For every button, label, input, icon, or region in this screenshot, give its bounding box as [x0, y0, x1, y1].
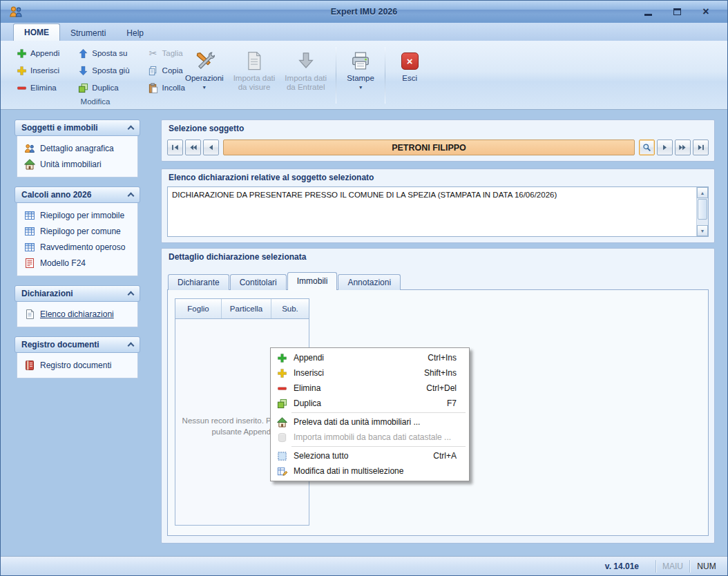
- nav-fast-forward-button[interactable]: [675, 140, 691, 155]
- importa-entratel-button[interactable]: Importa dati da Entratel: [280, 44, 332, 106]
- menu-item-inserisci[interactable]: Inserisci Shift+Ins: [272, 365, 468, 381]
- operazioni-button[interactable]: Operazioni ▼: [180, 44, 229, 106]
- red-book-icon: [24, 360, 35, 371]
- column-header-sub[interactable]: Sub.: [271, 299, 309, 318]
- chevron-up-icon: [128, 343, 135, 349]
- tab-home[interactable]: HOME: [13, 23, 60, 41]
- stampe-button[interactable]: Stampe ▼: [341, 44, 381, 106]
- item-label: Registro documenti: [40, 361, 111, 370]
- sposta-su-label: Sposta su: [92, 49, 127, 57]
- nav-last-icon: [696, 143, 705, 152]
- item-label: Riepilogo per immobile: [40, 211, 124, 220]
- chevron-up-icon: [128, 291, 135, 298]
- list-item[interactable]: DICHIARAZIONE DA PRESENTARE PRESSO IL CO…: [168, 187, 708, 199]
- download-icon: [296, 48, 316, 74]
- tab-immobili[interactable]: Immobili: [287, 272, 338, 290]
- chevron-up-icon: [128, 193, 135, 200]
- tab-dichiarante[interactable]: Dichiarante: [168, 274, 229, 290]
- scroll-down-button[interactable]: ▼: [697, 225, 708, 236]
- item-label: Ravvedimento operoso: [40, 242, 125, 252]
- plus-green-icon: [16, 48, 27, 59]
- menu-item-seleziona-tutto[interactable]: Seleziona tutto Ctrl+A: [272, 448, 468, 463]
- sidebar-item-registro-documenti[interactable]: Registro documenti: [17, 357, 137, 373]
- selected-subject-field[interactable]: PETRONI FILIPPO: [223, 140, 635, 155]
- nav-next-button[interactable]: [657, 140, 673, 155]
- sidebar-item-unita-immobiliari[interactable]: Unità immobiliari: [17, 156, 137, 172]
- exit-icon: ×: [401, 48, 419, 74]
- detail-tabs: Dichiarante Contitolari Immobili Annotaz…: [168, 272, 401, 290]
- duplica-button[interactable]: Duplica: [73, 80, 133, 95]
- menu-item-elimina[interactable]: Elimina Ctrl+Del: [272, 381, 468, 396]
- sposta-su-button[interactable]: Sposta su: [73, 46, 133, 61]
- magnifier-icon: [642, 143, 651, 152]
- menu-item-duplica[interactable]: Duplica F7: [272, 396, 468, 411]
- tab-contitolari[interactable]: Contitolari: [230, 274, 287, 290]
- house-icon: [24, 159, 35, 170]
- menu-item-label: Preleva dati da unità immobiliari ...: [290, 417, 420, 427]
- table-icon: [24, 210, 35, 221]
- nav-next-icon: [660, 143, 669, 152]
- sidebar-section-body: Registro documenti: [17, 353, 138, 378]
- sidebar-item-riepilogo-comune[interactable]: Riepilogo per comune: [17, 223, 137, 239]
- sidebar-section-header-calcoli[interactable]: Calcoli anno 2026: [15, 186, 140, 203]
- window-controls: ×: [639, 5, 727, 19]
- operazioni-label: Operazioni: [185, 74, 224, 83]
- menu-item-preleva-unita[interactable]: Preleva dati da unità immobiliari ...: [272, 414, 468, 430]
- window-title: Expert IMU 2026: [1, 7, 727, 17]
- menu-item-modifica-multiselezione[interactable]: Modifica dati in multiselezione: [272, 463, 468, 479]
- importa-visure-button[interactable]: Importa dati da visure: [229, 44, 280, 106]
- context-menu: Appendi Ctrl+Ins Inserisci Shift+Ins Eli…: [270, 347, 470, 481]
- chevron-up-icon: [128, 126, 135, 133]
- tab-strumenti[interactable]: Strumenti: [60, 26, 116, 41]
- appendi-button[interactable]: Appendi: [12, 46, 64, 61]
- nav-last-button[interactable]: [693, 140, 709, 155]
- sidebar-section-header-registro[interactable]: Registro documenti: [15, 336, 140, 353]
- maximize-button[interactable]: [668, 5, 686, 19]
- menu-item-label: Importa immobili da banca dati catastale…: [290, 432, 451, 442]
- printer-icon: [350, 48, 371, 74]
- column-header-foglio[interactable]: Foglio: [175, 299, 222, 318]
- sposta-giu-button[interactable]: Sposta giù: [73, 63, 133, 78]
- sidebar-section-header-dichiarazioni[interactable]: Dichiarazioni: [15, 285, 140, 302]
- inserisci-button[interactable]: Inserisci: [12, 63, 64, 78]
- menu-item-importa-catastale[interactable]: Importa immobili da banca dati catastale…: [272, 430, 468, 445]
- sidebar-item-modello-f24[interactable]: Modello F24: [17, 255, 137, 271]
- close-button[interactable]: ×: [697, 5, 715, 19]
- ribbon-group-label: Modifica: [12, 97, 179, 106]
- section-title: Registro documenti: [21, 340, 99, 349]
- sidebar-section-body: Riepilogo per immobile Riepilogo per com…: [17, 203, 138, 276]
- vertical-scrollbar: ▲ ▼: [696, 187, 708, 236]
- column-header-particella[interactable]: Particella: [222, 299, 271, 318]
- search-subject-button[interactable]: [639, 140, 655, 155]
- tab-annotazioni[interactable]: Annotazioni: [338, 274, 401, 290]
- minimize-button[interactable]: [639, 5, 657, 19]
- menu-item-appendi[interactable]: Appendi Ctrl+Ins: [272, 350, 468, 365]
- esci-button[interactable]: × Esci: [390, 44, 430, 106]
- sidebar-item-dettaglio-anagrafica[interactable]: Dettaglio anagrafica: [17, 140, 137, 156]
- sidebar-item-riepilogo-immobile[interactable]: Riepilogo per immobile: [17, 207, 137, 223]
- gray-document-icon: [244, 48, 265, 74]
- scissors-icon: ✂: [148, 48, 159, 59]
- nav-prev-button[interactable]: [203, 140, 219, 155]
- minimize-icon: [644, 14, 652, 16]
- inserisci-label: Inserisci: [30, 66, 59, 75]
- database-icon: [274, 432, 290, 443]
- house-icon: [274, 417, 290, 428]
- menu-separator: [291, 412, 466, 413]
- chevron-down-icon: ▼: [358, 85, 363, 90]
- nav-fast-back-button[interactable]: [185, 140, 201, 155]
- sidebar-section-header-soggetti[interactable]: Soggetti e immobili: [15, 119, 140, 136]
- groupbox-selezione-soggetto: Selezione soggetto PETRONI FILIPPO: [161, 119, 715, 162]
- importa-visure-label-1: Importa dati: [233, 74, 276, 83]
- sidebar-section-body: Elenco dichiarazioni: [17, 302, 138, 327]
- menu-item-label: Inserisci: [290, 368, 324, 378]
- nav-first-button[interactable]: [167, 140, 183, 155]
- scroll-up-button[interactable]: ▲: [697, 187, 708, 198]
- duplica-label: Duplica: [92, 84, 118, 92]
- sidebar-item-elenco-dichiarazioni[interactable]: Elenco dichiarazioni: [17, 306, 137, 322]
- scrollbar-thumb[interactable]: [698, 199, 707, 220]
- sidebar-item-ravvedimento[interactable]: Ravvedimento operoso: [17, 239, 137, 255]
- elimina-button[interactable]: Elimina: [12, 80, 64, 95]
- tab-help[interactable]: Help: [116, 26, 154, 41]
- nav-fast-forward-icon: [678, 143, 687, 152]
